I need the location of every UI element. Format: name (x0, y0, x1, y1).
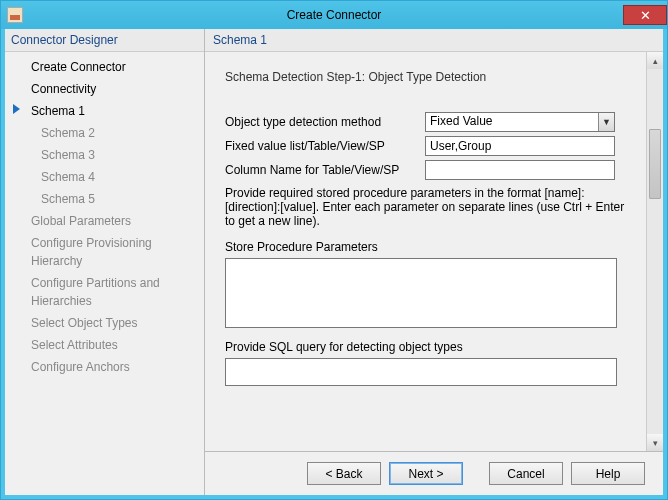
titlebar[interactable]: Create Connector ✕ (1, 1, 667, 29)
label-fixed-list: Fixed value list/Table/View/SP (225, 139, 425, 153)
sql-query-textarea[interactable] (225, 358, 617, 386)
window-title: Create Connector (1, 8, 667, 22)
fixed-list-input[interactable] (425, 136, 615, 156)
scroll-up-icon[interactable]: ▴ (647, 52, 663, 69)
label-sql-query: Provide SQL query for detecting object t… (225, 340, 632, 354)
help-text: Provide required stored procedure parame… (225, 186, 632, 228)
wizard-footer: < Back Next > Cancel Help (205, 451, 663, 495)
nav-configure-provisioning-hierarchy[interactable]: Configure Provisioning Hierarchy (5, 232, 204, 272)
scroll-thumb[interactable] (649, 129, 661, 199)
row-column-name: Column Name for Table/View/SP (225, 160, 632, 180)
step-title: Schema Detection Step-1: Object Type Det… (225, 70, 632, 84)
detection-method-select[interactable]: Fixed Value ▼ (425, 112, 615, 132)
app-icon (7, 7, 23, 23)
nav-schema-5[interactable]: Schema 5 (5, 188, 204, 210)
nav-select-attributes[interactable]: Select Attributes (5, 334, 204, 356)
scroll-down-icon[interactable]: ▾ (647, 434, 663, 451)
cancel-button[interactable]: Cancel (489, 462, 563, 485)
chevron-down-icon: ▼ (598, 113, 614, 131)
nav-schema-4[interactable]: Schema 4 (5, 166, 204, 188)
window-frame: Create Connector ✕ Connector Designer Cr… (0, 0, 668, 500)
help-button[interactable]: Help (571, 462, 645, 485)
close-button[interactable]: ✕ (623, 5, 667, 25)
nav-global-parameters[interactable]: Global Parameters (5, 210, 204, 232)
nav-select-object-types[interactable]: Select Object Types (5, 312, 204, 334)
sp-params-textarea[interactable] (225, 258, 617, 328)
label-sp-params: Store Procedure Parameters (225, 240, 632, 254)
detection-method-value: Fixed Value (426, 113, 598, 131)
nav-create-connector[interactable]: Create Connector (5, 56, 204, 78)
main-body: Schema Detection Step-1: Object Type Det… (205, 52, 646, 451)
main-panel: Schema 1 Schema Detection Step-1: Object… (205, 29, 663, 495)
content-area: Connector Designer Create Connector Conn… (1, 29, 667, 499)
label-detection-method: Object type detection method (225, 115, 425, 129)
row-fixed-list: Fixed value list/Table/View/SP (225, 136, 632, 156)
next-button[interactable]: Next > (389, 462, 463, 485)
back-button[interactable]: < Back (307, 462, 381, 485)
nav-schema-1[interactable]: Schema 1 (5, 100, 204, 122)
nav-configure-anchors[interactable]: Configure Anchors (5, 356, 204, 378)
nav-connectivity[interactable]: Connectivity (5, 78, 204, 100)
sidebar-header: Connector Designer (5, 29, 204, 52)
sidebar-items: Create Connector Connectivity Schema 1 S… (5, 52, 204, 382)
main-header: Schema 1 (205, 29, 663, 52)
nav-configure-partitions-hierarchies[interactable]: Configure Partitions and Hierarchies (5, 272, 204, 312)
vertical-scrollbar[interactable]: ▴ ▾ (646, 52, 663, 451)
close-icon: ✕ (640, 8, 651, 23)
column-name-input[interactable] (425, 160, 615, 180)
main-body-wrap: Schema Detection Step-1: Object Type Det… (205, 52, 663, 451)
label-column-name: Column Name for Table/View/SP (225, 163, 425, 177)
scroll-track[interactable] (647, 69, 663, 434)
sidebar: Connector Designer Create Connector Conn… (5, 29, 205, 495)
nav-schema-3[interactable]: Schema 3 (5, 144, 204, 166)
row-detection-method: Object type detection method Fixed Value… (225, 112, 632, 132)
nav-schema-2[interactable]: Schema 2 (5, 122, 204, 144)
